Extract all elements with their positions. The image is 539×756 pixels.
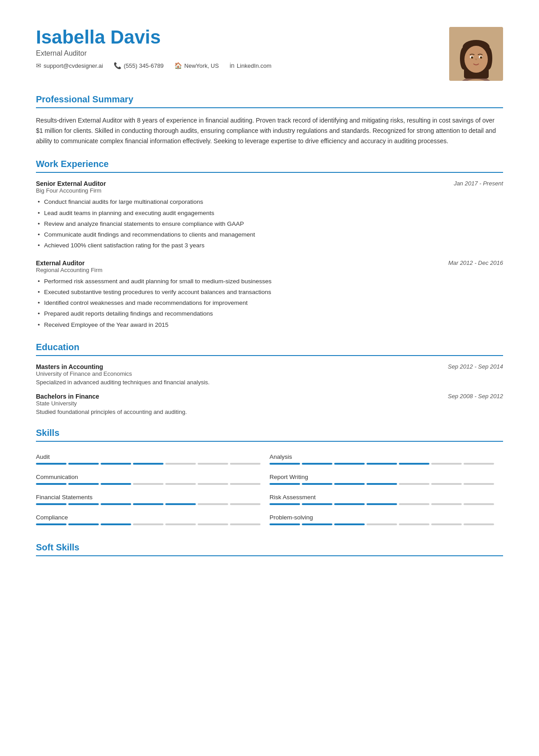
job-item: External AuditorMar 2012 - Dec 2016Regio… bbox=[36, 259, 503, 330]
job-title: External Auditor bbox=[36, 259, 84, 267]
summary-title: Professional Summary bbox=[36, 94, 503, 105]
job-bullet: Review and analyze financial statements … bbox=[36, 220, 503, 229]
skill-segment-filled bbox=[101, 523, 131, 525]
skill-item: Compliance bbox=[36, 510, 270, 530]
job-header: External AuditorMar 2012 - Dec 2016 bbox=[36, 259, 503, 267]
skill-segment-filled bbox=[302, 523, 332, 525]
skill-segment-filled bbox=[270, 503, 300, 505]
skill-name: Report Writing bbox=[270, 474, 494, 480]
svg-point-12 bbox=[471, 57, 473, 59]
summary-divider bbox=[36, 107, 503, 108]
job-bullet: Communicate audit findings and recommend… bbox=[36, 230, 503, 239]
skills-title: Skills bbox=[36, 428, 503, 438]
skill-segment-empty bbox=[165, 523, 196, 525]
contact-phone: 📞 (555) 345-6789 bbox=[114, 62, 163, 69]
skill-item: Problem-solving bbox=[270, 510, 503, 530]
job-bullets: Conduct financial audits for large multi… bbox=[36, 198, 503, 250]
skill-bar bbox=[36, 503, 261, 505]
skill-segment-empty bbox=[230, 463, 261, 465]
job-date: Mar 2012 - Dec 2016 bbox=[448, 259, 503, 266]
education-item: Bachelors in FinanceSep 2008 - Sep 2012S… bbox=[36, 393, 503, 415]
contact-location: 🏠 NewYork, US bbox=[174, 62, 219, 69]
jobs-list: Senior External AuditorJan 2017 - Presen… bbox=[36, 180, 503, 330]
job-title: Senior External Auditor bbox=[36, 180, 106, 187]
skill-segment-empty bbox=[399, 523, 429, 525]
skill-segment-empty bbox=[431, 523, 462, 525]
skill-bar bbox=[270, 503, 494, 505]
job-bullet: Lead audit teams in planning and executi… bbox=[36, 209, 503, 218]
skill-segment-empty bbox=[464, 463, 494, 465]
job-company: Big Four Accounting Firm bbox=[36, 187, 503, 194]
skill-segment-empty bbox=[464, 503, 494, 505]
skill-segment-empty bbox=[431, 503, 462, 505]
skill-segment-empty bbox=[165, 463, 196, 465]
education-list: Masters in AccountingSep 2012 - Sep 2014… bbox=[36, 363, 503, 415]
experience-section: Work Experience Senior External AuditorJ… bbox=[36, 159, 503, 330]
candidate-name: Isabella Davis bbox=[36, 27, 431, 48]
skill-name: Analysis bbox=[270, 453, 494, 460]
skill-segment-filled bbox=[133, 463, 163, 465]
soft-skills-section: Soft Skills bbox=[36, 542, 503, 556]
skill-segment-empty bbox=[399, 503, 429, 505]
skill-segment-empty bbox=[431, 483, 462, 485]
location-icon: 🏠 bbox=[174, 62, 182, 69]
job-header: Senior External AuditorJan 2017 - Presen… bbox=[36, 180, 503, 187]
skill-segment-filled bbox=[270, 463, 300, 465]
skill-segment-filled bbox=[270, 523, 300, 525]
skill-segment-filled bbox=[101, 463, 131, 465]
job-bullet: Received Employee of the Year award in 2… bbox=[36, 321, 503, 330]
email-icon: ✉ bbox=[36, 62, 41, 69]
skill-segment-empty bbox=[198, 523, 228, 525]
skill-segment-empty bbox=[464, 523, 494, 525]
skill-segment-filled bbox=[367, 463, 397, 465]
skill-segment-filled bbox=[68, 483, 99, 485]
skill-item: Audit bbox=[36, 449, 270, 469]
job-item: Senior External AuditorJan 2017 - Presen… bbox=[36, 180, 503, 250]
summary-section: Professional Summary Results-driven Exte… bbox=[36, 94, 503, 146]
skill-segment-filled bbox=[302, 503, 332, 505]
edu-degree: Bachelors in Finance bbox=[36, 393, 99, 400]
job-bullet: Prepared audit reports detailing finding… bbox=[36, 309, 503, 318]
soft-skills-title: Soft Skills bbox=[36, 542, 503, 553]
contact-email: ✉ support@cvdesigner.ai bbox=[36, 62, 103, 69]
svg-point-13 bbox=[480, 57, 482, 59]
job-bullet: Achieved 100% client satisfaction rating… bbox=[36, 241, 503, 250]
skill-segment-empty bbox=[198, 463, 228, 465]
experience-title: Work Experience bbox=[36, 159, 503, 169]
contact-info: ✉ support@cvdesigner.ai 📞 (555) 345-6789… bbox=[36, 62, 431, 69]
education-title: Education bbox=[36, 342, 503, 352]
skills-divider bbox=[36, 441, 503, 442]
edu-institution: State University bbox=[36, 400, 503, 407]
skill-name: Problem-solving bbox=[270, 514, 494, 521]
skill-segment-empty bbox=[399, 483, 429, 485]
skill-segment-filled bbox=[36, 523, 66, 525]
skill-segment-filled bbox=[334, 483, 365, 485]
skills-grid: AuditAnalysisCommunicationReport Writing… bbox=[36, 449, 503, 530]
skill-name: Communication bbox=[36, 474, 261, 480]
skill-segment-empty bbox=[230, 503, 261, 505]
skill-segment-filled bbox=[68, 523, 99, 525]
skill-segment-filled bbox=[36, 503, 66, 505]
skill-segment-filled bbox=[68, 503, 99, 505]
skills-section: Skills AuditAnalysisCommunicationReport … bbox=[36, 428, 503, 530]
skill-segment-filled bbox=[334, 463, 365, 465]
skill-name: Audit bbox=[36, 453, 261, 460]
skill-segment-empty bbox=[431, 463, 462, 465]
skill-segment-filled bbox=[68, 463, 99, 465]
svg-point-9 bbox=[464, 46, 488, 73]
candidate-photo bbox=[449, 27, 503, 81]
skill-segment-filled bbox=[101, 503, 131, 505]
skill-segment-filled bbox=[165, 503, 196, 505]
skill-segment-filled bbox=[270, 483, 300, 485]
phone-icon: 📞 bbox=[114, 62, 121, 69]
edu-header: Bachelors in FinanceSep 2008 - Sep 2012 bbox=[36, 393, 503, 400]
skill-item: Risk Assessment bbox=[270, 489, 503, 510]
soft-skills-divider bbox=[36, 555, 503, 556]
job-company: Regional Accounting Firm bbox=[36, 267, 503, 273]
summary-text: Results-driven External Auditor with 8 y… bbox=[36, 115, 503, 146]
skill-segment-filled bbox=[36, 483, 66, 485]
skill-segment-filled bbox=[334, 503, 365, 505]
job-bullets: Performed risk assessment and audit plan… bbox=[36, 277, 503, 330]
skill-segment-empty bbox=[133, 483, 163, 485]
skill-segment-filled bbox=[302, 483, 332, 485]
